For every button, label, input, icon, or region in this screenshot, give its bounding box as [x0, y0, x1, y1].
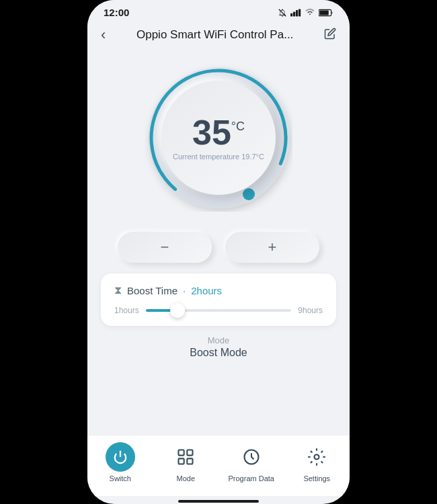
- svg-rect-1: [290, 13, 292, 16]
- set-temperature: 35: [192, 115, 231, 150]
- main-content: 35 °C Current temperature 19.7°C − + ⧗ B…: [87, 50, 350, 435]
- nav-label-switch: Switch: [110, 474, 131, 482]
- temperature-display: 35 °C: [192, 115, 245, 150]
- settings-icon-box: [302, 442, 331, 472]
- home-indicator: [178, 500, 259, 503]
- nav-item-program-data[interactable]: Program Data: [225, 442, 278, 482]
- nav-label-mode: Mode: [176, 474, 195, 482]
- decrement-button[interactable]: −: [118, 232, 212, 263]
- settings-icon: [307, 448, 326, 466]
- boost-dot: ·: [183, 285, 186, 296]
- power-icon: [113, 450, 128, 464]
- svg-rect-2: [293, 11, 295, 16]
- phone-frame: 12:00: [87, 0, 350, 504]
- nav-label-program-data: Program Data: [229, 474, 274, 482]
- boost-slider-container: 1hours 9hours: [114, 306, 323, 315]
- nav-item-switch[interactable]: Switch: [93, 442, 147, 482]
- grid-icon: [176, 448, 195, 466]
- status-bar: 12:00: [87, 0, 350, 22]
- svg-rect-15: [188, 458, 193, 464]
- svg-rect-13: [188, 450, 193, 456]
- increment-label: +: [268, 239, 277, 256]
- slider-track[interactable]: [146, 309, 292, 312]
- temperature-controls: − +: [87, 232, 350, 263]
- slider-thumb[interactable]: [170, 303, 185, 318]
- hourglass-icon: ⧗: [114, 284, 122, 296]
- mode-icon-box: [171, 442, 200, 472]
- slider-min-label: 1hours: [114, 306, 139, 315]
- mode-section: Mode Boost Mode: [190, 335, 247, 359]
- boost-title: Boost Time: [127, 285, 177, 296]
- svg-rect-12: [179, 450, 184, 456]
- program-data-icon-box: [237, 442, 266, 472]
- temperature-unit: °C: [231, 120, 245, 132]
- nav-label-settings: Settings: [303, 474, 330, 482]
- switch-icon-circle: [106, 442, 135, 472]
- pencil-icon: [324, 28, 336, 40]
- clock-icon: [242, 448, 261, 466]
- app-header: ‹ Oppio Smart WiFi Control Pa...: [87, 22, 350, 50]
- wifi-icon: [305, 9, 315, 17]
- page-title: Oppio Smart WiFi Control Pa...: [136, 28, 293, 42]
- signal-icon: [290, 9, 301, 17]
- status-time: 12:00: [104, 7, 129, 18]
- bottom-nav: Switch Mode Program Data: [87, 435, 350, 496]
- decrement-label: −: [161, 239, 169, 256]
- svg-rect-14: [179, 458, 184, 464]
- edit-button[interactable]: [324, 28, 336, 43]
- battery-icon: [319, 9, 333, 17]
- boost-card: ⧗ Boost Time · 2hours 1hours 9hours: [101, 274, 336, 326]
- slider-max-label: 9hours: [298, 306, 323, 315]
- boost-value: 2hours: [191, 285, 222, 296]
- thermostat-inner: 35 °C Current temperature 19.7°C: [161, 81, 276, 195]
- svg-rect-3: [296, 10, 298, 17]
- status-icons: [278, 8, 333, 17]
- svg-point-10: [243, 188, 255, 200]
- mode-label: Mode: [190, 335, 247, 345]
- increment-button[interactable]: +: [225, 232, 319, 263]
- boost-header: ⧗ Boost Time · 2hours: [114, 284, 323, 296]
- svg-point-17: [315, 455, 319, 460]
- current-temperature: Current temperature 19.7°C: [173, 153, 264, 161]
- mode-value: Boost Mode: [190, 347, 247, 359]
- nav-item-settings[interactable]: Settings: [290, 442, 344, 482]
- svg-rect-6: [319, 10, 329, 15]
- back-button[interactable]: ‹: [101, 26, 106, 44]
- svg-rect-4: [299, 9, 301, 16]
- thermostat-dial[interactable]: 35 °C Current temperature 19.7°C: [145, 64, 292, 212]
- bell-icon: [278, 8, 287, 17]
- nav-item-mode[interactable]: Mode: [159, 442, 212, 482]
